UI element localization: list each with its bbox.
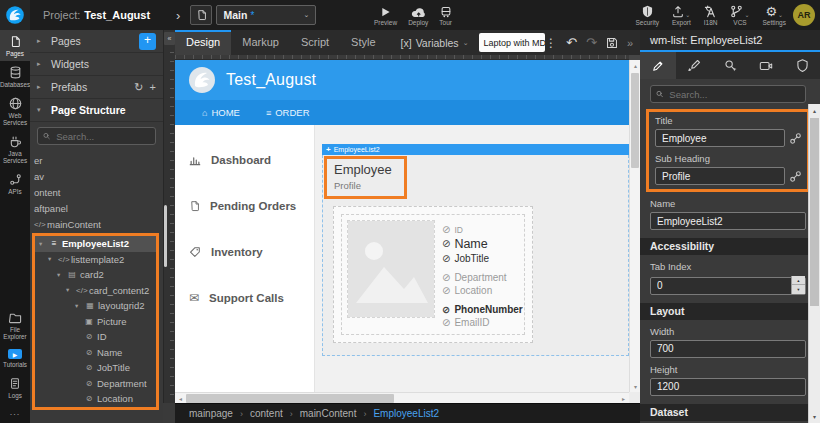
deploy-button[interactable]: Deploy bbox=[408, 5, 428, 26]
nav-order[interactable]: ≡ ORDER bbox=[266, 107, 310, 118]
tab-devices[interactable] bbox=[748, 52, 784, 79]
highlight-box-list-header[interactable]: Employee Profile bbox=[324, 156, 407, 199]
stepper-down-button[interactable]: ▾ bbox=[792, 285, 805, 293]
tree-node[interactable]: </> mainContent bbox=[30, 216, 163, 232]
tree-node[interactable]: ▾ </> listtemplate2 bbox=[35, 252, 156, 268]
rail-item-logs[interactable]: Logs bbox=[0, 372, 30, 403]
list-field-widget[interactable]: ⊘ PhoneNumber bbox=[442, 304, 518, 315]
structure-search[interactable] bbox=[37, 127, 156, 145]
tree-node[interactable]: av bbox=[30, 168, 163, 184]
undo-button[interactable]: ↶ bbox=[566, 35, 577, 50]
page-header[interactable]: Test_August bbox=[175, 60, 629, 100]
tab-security[interactable] bbox=[784, 52, 820, 79]
tab-events[interactable] bbox=[712, 52, 748, 79]
user-avatar[interactable]: AR bbox=[793, 4, 815, 26]
list-field-widget[interactable]: ⊘ EmailID bbox=[442, 317, 518, 328]
properties-search-input[interactable] bbox=[667, 88, 800, 101]
stepper-up-button[interactable]: ▴ bbox=[792, 276, 805, 285]
scroll-left-arrow[interactable]: ◂ bbox=[175, 393, 186, 404]
tree-node[interactable]: ⊘ Name bbox=[35, 345, 156, 361]
rail-item-apis[interactable]: APIs bbox=[0, 168, 30, 199]
add-prefab-button[interactable]: + bbox=[150, 81, 156, 93]
bind-title-button[interactable] bbox=[790, 133, 801, 144]
tree-node[interactable]: ▣ Picture bbox=[35, 314, 156, 330]
list-field-widget[interactable]: ⊘ Department bbox=[442, 272, 518, 283]
menu-item-support-calls[interactable]: ✉ Support Calls bbox=[175, 275, 314, 321]
subheading-input[interactable] bbox=[655, 167, 785, 185]
tour-button[interactable]: Tour bbox=[439, 5, 452, 26]
toolbar-overflow-button[interactable]: » bbox=[627, 37, 633, 49]
i18n-button[interactable]: I18N bbox=[704, 5, 718, 26]
rail-item-file-explorer[interactable]: File Explorer bbox=[0, 307, 30, 344]
height-input[interactable] bbox=[650, 378, 806, 396]
security-button[interactable]: Security bbox=[635, 5, 658, 26]
bind-subheading-button[interactable] bbox=[790, 171, 801, 182]
section-accessibility[interactable]: Accessibility bbox=[640, 238, 820, 255]
device-select[interactable]: Laptop with MDPI Screen ⌄ bbox=[479, 33, 546, 52]
collapse-panel-button[interactable]: « bbox=[164, 32, 175, 45]
menu-item-inventory[interactable]: Inventory bbox=[175, 229, 314, 275]
structure-search-input[interactable] bbox=[54, 130, 150, 143]
preview-button[interactable]: Preview bbox=[374, 5, 397, 26]
tab-design[interactable]: Design bbox=[175, 30, 231, 55]
rail-item-databases[interactable]: Databases bbox=[0, 61, 30, 92]
tree-caret-icon[interactable]: ▾ bbox=[57, 271, 64, 279]
panel-scrollbar-thumb[interactable] bbox=[164, 205, 167, 267]
section-page-structure[interactable]: ▾ Page Structure bbox=[30, 99, 163, 122]
horizontal-scroll-thumb[interactable] bbox=[186, 394, 394, 403]
tree-node[interactable]: ▾ </> card_content2 bbox=[35, 283, 156, 299]
breadcrumb-item[interactable]: › content bbox=[240, 408, 283, 419]
list-field-widget[interactable]: ⊘ ID bbox=[442, 225, 518, 235]
redo-button[interactable]: ↷ bbox=[586, 35, 597, 50]
scroll-right-arrow[interactable]: ▸ bbox=[618, 393, 629, 404]
picture-placeholder[interactable] bbox=[348, 221, 434, 317]
breadcrumb-item[interactable]: › mainContent bbox=[290, 408, 357, 419]
tab-properties[interactable] bbox=[640, 52, 676, 79]
rail-item-tutorials[interactable]: ▶ Tutorials bbox=[0, 344, 30, 372]
tree-node[interactable]: ▾ ▤ card2 bbox=[35, 267, 156, 283]
save-button[interactable] bbox=[606, 37, 618, 49]
list-field-widget[interactable]: ⊘ Name bbox=[442, 237, 518, 251]
tree-node[interactable]: ⊘ JobTitle bbox=[35, 360, 156, 376]
nav-home[interactable]: ⌂ HOME bbox=[202, 107, 240, 118]
rail-item-java-services[interactable]: Java Services bbox=[0, 130, 30, 168]
properties-scroll-thumb[interactable] bbox=[810, 118, 819, 306]
tab-markup[interactable]: Markup bbox=[231, 30, 290, 55]
tree-node[interactable]: ⊘ Department bbox=[35, 376, 156, 392]
vertical-scroll-thumb[interactable] bbox=[631, 73, 639, 168]
width-input[interactable] bbox=[650, 340, 806, 358]
canvas-more-menu[interactable]: ⋮ bbox=[545, 36, 557, 50]
section-layout[interactable]: Layout bbox=[640, 303, 820, 320]
scroll-down-arrow[interactable]: ▾ bbox=[809, 411, 820, 422]
page-selector-dropdown[interactable]: Main * ⌄ bbox=[216, 5, 316, 25]
tab-script[interactable]: Script bbox=[290, 30, 340, 55]
tree-node[interactable]: ▾ ≡ EmployeeList2 bbox=[35, 236, 156, 252]
selected-widget-tag[interactable]: + EmployeeList2 bbox=[322, 144, 629, 155]
rail-item-pages[interactable]: Pages bbox=[0, 30, 30, 61]
section-prefabs[interactable]: ▸ Prefabs ↻ + bbox=[30, 76, 163, 99]
list-field-widget[interactable]: ⊘ Location bbox=[442, 285, 518, 296]
settings-button[interactable]: ⚙ ⌄ Settings bbox=[763, 5, 787, 26]
scroll-up-arrow[interactable]: ▴ bbox=[809, 105, 820, 116]
tree-caret-icon[interactable]: ▾ bbox=[48, 255, 55, 263]
add-page-button[interactable]: + bbox=[139, 33, 156, 50]
tabindex-input[interactable] bbox=[650, 277, 806, 295]
vcs-button[interactable]: ⌄ VCS bbox=[730, 5, 749, 26]
refresh-prefabs-button[interactable]: ↻ bbox=[134, 81, 143, 94]
list-field-widget[interactable]: ⊘ JobTitle bbox=[442, 253, 518, 264]
section-dataset[interactable]: Dataset bbox=[640, 404, 820, 421]
tree-caret-icon[interactable]: ▾ bbox=[75, 302, 82, 310]
project-expand-chevron[interactable]: › bbox=[176, 8, 180, 23]
tree-node[interactable]: ⊘ Location bbox=[35, 391, 156, 407]
menu-item-dashboard[interactable]: Dashboard bbox=[175, 137, 314, 183]
menu-item-pending-orders[interactable]: Pending Orders bbox=[175, 183, 314, 229]
page-icon-button[interactable] bbox=[190, 5, 212, 25]
section-pages[interactable]: ▸ Pages + bbox=[30, 30, 163, 53]
breadcrumb-item[interactable]: mainpage bbox=[189, 408, 233, 419]
rail-overflow-button[interactable]: ... bbox=[0, 403, 30, 423]
list-item-card[interactable]: ⊘ ID ⊘ Name ⊘ JobTitle ⊘ Department ⊘ Lo… bbox=[333, 206, 533, 343]
tree-node[interactable]: er bbox=[30, 152, 163, 168]
tab-styles[interactable] bbox=[676, 52, 712, 79]
section-widgets[interactable]: ▸ Widgets bbox=[30, 53, 163, 76]
tree-caret-icon[interactable]: ▾ bbox=[39, 240, 46, 248]
